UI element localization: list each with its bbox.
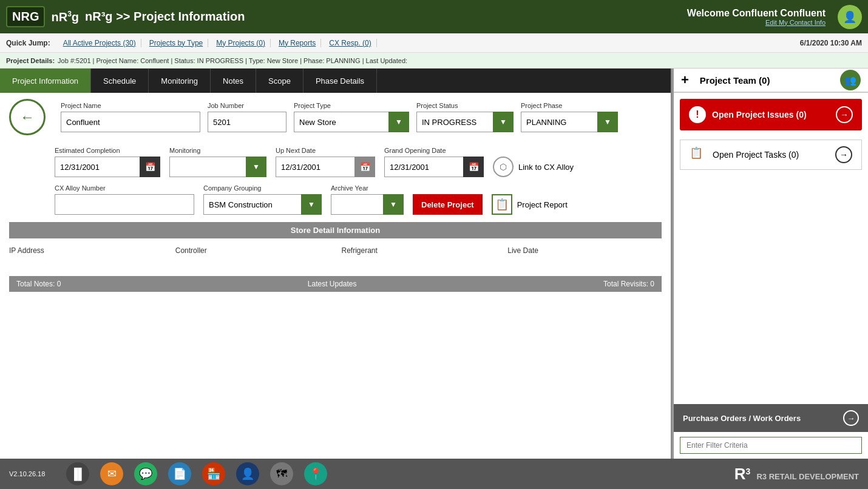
right-spacer (674, 173, 868, 404)
po-label: Purchase Orders / Work Orders (683, 414, 801, 423)
store-detail-header: Store Detail Information (9, 222, 662, 238)
project-name-input[interactable] (61, 112, 200, 132)
project-details-info: Job #:5201 | Project Name: Confluent | S… (58, 57, 407, 64)
bottom-bar: V2.10.26.18 ▐▌ ✉ 💬 📄 🏪 👤 🗺 📍 R3 R3 RETAI… (0, 459, 868, 489)
up-next-cal-btn[interactable]: 📅 (354, 157, 375, 177)
cx-alloy-link[interactable]: ⬡ Link to CX Alloy (493, 157, 574, 177)
project-report-link[interactable]: 📋 Project Report (492, 194, 568, 215)
issues-arrow-icon: → (836, 106, 853, 123)
est-completion-input[interactable] (55, 157, 140, 177)
content-area: ← Project Name Job Number Project Type (0, 93, 671, 459)
team-icon-symbol: 👥 (844, 75, 856, 86)
job-number-input[interactable] (208, 112, 287, 132)
nav-my-projects[interactable]: My Projects (0) (211, 39, 271, 47)
nav-by-type[interactable]: Projects by Type (144, 39, 209, 47)
tab-project-info[interactable]: Project Information (0, 69, 91, 93)
up-next-date-input[interactable] (276, 157, 354, 177)
chat-icon[interactable]: 💬 (134, 462, 157, 485)
archive-year-wrapper: 2020 2021 (331, 194, 404, 215)
est-completion-group: Estimated Completion 📅 (55, 147, 160, 177)
open-issues-button[interactable]: ! Open Project Issues (0) → (680, 99, 862, 130)
controller-label: Controller (175, 246, 207, 255)
right-panel: + Project Team (0) 👥 ! Open Project Issu… (674, 69, 868, 459)
tab-scope[interactable]: Scope (256, 69, 303, 93)
welcome-text: Welcome Confluent Confluent (687, 8, 826, 19)
issues-label: Open Project Issues (0) (712, 110, 830, 120)
map-icon[interactable]: 🗺 (270, 462, 293, 485)
issues-exclamation-icon: ! (689, 106, 706, 123)
nav-all-active[interactable]: All Active Projects (30) (58, 39, 141, 47)
up-next-date-wrap: 📅 (276, 157, 375, 177)
location-icon[interactable]: 📍 (304, 462, 327, 485)
project-team-label: Project Team (0) (700, 75, 835, 86)
usb-icon[interactable]: ▐▌ (66, 462, 89, 485)
form-row-3: CX Alloy Number Company Grouping BSM Con… (55, 184, 662, 215)
nav-my-reports[interactable]: My Reports (274, 39, 321, 47)
email-icon[interactable]: ✉ (100, 462, 123, 485)
grand-opening-cal-btn[interactable]: 📅 (463, 157, 484, 177)
job-number-group: Job Number (208, 102, 287, 132)
header-right-group: Welcome Confluent Confluent Edit My Cont… (687, 5, 862, 29)
project-type-wrapper: New Store Remodel Service (294, 112, 409, 132)
cx-alloy-input[interactable] (55, 194, 194, 215)
open-tasks-button[interactable]: 📋 Open Project Tasks (0) → (680, 140, 862, 170)
project-status-group: Project Status IN PROGRESS COMPLETE ON H… (416, 102, 514, 132)
est-completion-label: Estimated Completion (55, 147, 160, 154)
tab-monitoring[interactable]: Monitoring (149, 69, 211, 93)
version-text: V2.10.26.18 (9, 470, 45, 477)
up-next-date-group: Up Next Date 📅 (276, 147, 375, 177)
est-completion-wrap: 📅 (55, 157, 160, 177)
ip-address-item: IP Address (9, 246, 163, 255)
r3-label: R3 RETAIL DEVELOPMENT (756, 472, 859, 481)
project-details-bar: Project Details: Job #:5201 | Project Na… (0, 53, 868, 69)
monitoring-select[interactable]: Option1 Option2 (169, 157, 266, 177)
project-report-label: Project Report (517, 200, 568, 209)
project-type-select[interactable]: New Store Remodel Service (294, 112, 409, 132)
project-phase-group: Project Phase PLANNING EXECUTION CLOSEOU… (521, 102, 618, 132)
project-name-label: Project Name (61, 102, 200, 109)
po-filter-input[interactable] (680, 437, 862, 454)
tab-phase-details[interactable]: Phase Details (303, 69, 377, 93)
user-avatar[interactable]: 👤 (838, 5, 862, 29)
project-name-group: Project Name (61, 102, 200, 132)
job-number-label: Job Number (208, 102, 287, 109)
store-icon[interactable]: 🏪 (202, 462, 225, 485)
logo-box: NRG (6, 6, 45, 27)
tab-notes[interactable]: Notes (211, 69, 256, 93)
archive-year-group: Archive Year 2020 2021 (331, 184, 404, 215)
nav-bar: Quick Jump: All Active Projects (30) Pro… (0, 33, 868, 53)
project-team-icon: 👥 (840, 70, 861, 90)
store-detail-section: Store Detail Information IP Address Cont… (9, 222, 662, 258)
nav-cx-resp[interactable]: CX Resp. (0) (324, 39, 376, 47)
edit-contact-link[interactable]: Edit My Contact Info (687, 19, 826, 26)
company-grouping-wrapper: BSM Construction Option B (203, 194, 322, 215)
back-button[interactable]: ← (9, 99, 46, 135)
add-team-button[interactable]: + (681, 72, 689, 88)
company-grouping-select[interactable]: BSM Construction Option B (203, 194, 322, 215)
delete-project-button[interactable]: Delete Project (413, 194, 483, 215)
latest-updates: Latest Updates (308, 280, 357, 288)
notes-bar: Total Notes: 0 Latest Updates Total Revi… (9, 276, 662, 292)
right-panel-header: + Project Team (0) 👥 (674, 69, 868, 93)
user-settings-icon[interactable]: 👤 (236, 462, 259, 485)
company-grouping-label: Company Grouping (203, 184, 322, 192)
project-status-wrapper: IN PROGRESS COMPLETE ON HOLD (416, 112, 514, 132)
up-next-date-label: Up Next Date (276, 147, 375, 154)
document-icon[interactable]: 📄 (168, 462, 191, 485)
company-grouping-group: Company Grouping BSM Construction Option… (203, 184, 322, 215)
nrg-text: nR3g (51, 10, 79, 24)
tab-schedule[interactable]: Schedule (91, 69, 149, 93)
project-phase-select[interactable]: PLANNING EXECUTION CLOSEOUT (521, 112, 618, 132)
form-row-2: Estimated Completion 📅 Monitoring Option… (55, 147, 662, 177)
project-status-select[interactable]: IN PROGRESS COMPLETE ON HOLD (416, 112, 514, 132)
project-phase-wrapper: PLANNING EXECUTION CLOSEOUT (521, 112, 618, 132)
project-report-icon: 📋 (492, 194, 512, 215)
form-row-1: ← Project Name Job Number Project Type (9, 102, 662, 140)
grand-opening-input[interactable] (384, 157, 463, 177)
header-left: NRG nR3g nR³g >> Project Information (6, 6, 245, 27)
archive-year-select[interactable]: 2020 2021 (331, 194, 404, 215)
purchase-orders-header[interactable]: Purchase Orders / Work Orders → (674, 404, 868, 432)
est-completion-cal-btn[interactable]: 📅 (140, 157, 160, 177)
cx-alloy-number-group: CX Alloy Number (55, 184, 194, 215)
form-fields-row1: Project Name Job Number Project Type New… (61, 102, 618, 132)
